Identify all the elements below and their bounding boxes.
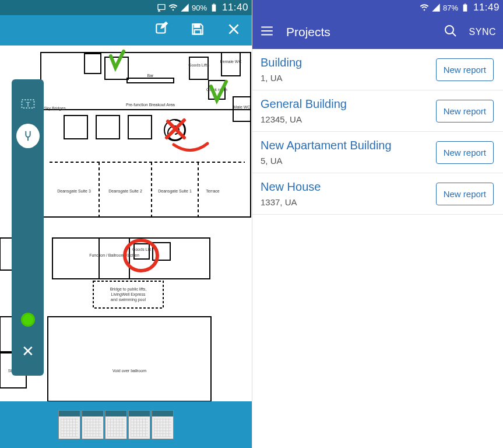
status-bar: 87% 11:49	[252, 0, 503, 15]
svg-text:Female WC: Female WC	[220, 60, 242, 64]
bridge-caption: Bridge to public lifts,LivingWell Expres…	[110, 287, 147, 302]
project-name: New House	[261, 180, 321, 194]
svg-rect-11	[221, 52, 240, 76]
status-icons: 90%	[157, 3, 219, 12]
battery-percent: 87%	[443, 4, 458, 12]
color-indicator[interactable]	[16, 303, 40, 335]
tuning-fork-icon	[22, 130, 34, 142]
svg-rect-14	[127, 78, 174, 83]
svg-rect-10	[189, 57, 208, 79]
svg-rect-52	[463, 5, 467, 12]
status-icons: 87%	[420, 3, 470, 12]
thumbnail-strip	[0, 401, 252, 448]
svg-point-54	[445, 26, 453, 34]
page-title: Projects	[286, 25, 432, 39]
signal-icon	[431, 3, 441, 12]
two-phone-screenshots: 90% 11:40	[0, 0, 503, 448]
text-tool[interactable]: T	[16, 88, 40, 120]
new-report-button[interactable]: New report	[436, 100, 494, 123]
svg-rect-16	[96, 116, 119, 139]
svg-text:Deansgate Suite 1: Deansgate Suite 1	[158, 189, 192, 194]
project-name: General Building	[261, 97, 347, 111]
thumbnail[interactable]	[105, 410, 127, 439]
left-phone-floorplan-editor: 90% 11:40	[0, 0, 252, 448]
green-dot-icon	[21, 313, 35, 327]
battery-icon	[460, 3, 470, 12]
svg-rect-15	[64, 116, 87, 139]
status-bar: 90% 11:40	[0, 0, 252, 15]
right-phone-projects-list: 87% 11:49 Projects SYNC Building 1, UA N…	[252, 0, 503, 448]
svg-rect-4	[195, 24, 200, 27]
save-icon	[190, 22, 205, 37]
list-item[interactable]: Building 1, UA New report	[252, 49, 503, 90]
thumbnail[interactable]	[58, 410, 80, 439]
thumbnail[interactable]	[128, 410, 150, 439]
wifi-icon	[420, 3, 429, 12]
thumbnail[interactable]	[82, 410, 104, 439]
search-icon	[444, 24, 458, 38]
wifi-icon	[168, 3, 178, 12]
svg-rect-2	[213, 4, 215, 4]
list-item[interactable]: General Building 12345, UA New report	[252, 90, 503, 132]
project-name: New Apartament Building	[261, 139, 392, 152]
app-header: Projects SYNC	[252, 15, 503, 49]
sync-button[interactable]: SYNC	[469, 27, 496, 37]
new-report-button[interactable]: New report	[436, 183, 494, 205]
draw-tool[interactable]	[16, 120, 40, 152]
project-sub: 12345, UA	[261, 114, 347, 124]
close-icon: ✕	[22, 342, 34, 360]
battery-icon	[209, 3, 219, 12]
svg-rect-53	[465, 4, 466, 4]
text-box-icon: T	[20, 96, 36, 112]
svg-text:Void over ballroom: Void over ballroom	[112, 369, 146, 373]
list-item[interactable]: New Apartament Building 5, UA New report	[252, 132, 503, 173]
tool-palette: T ✕	[12, 79, 44, 376]
edit-note-icon	[154, 22, 169, 37]
new-report-button[interactable]: New report	[436, 58, 494, 81]
svg-text:Sky Bridges: Sky Bridges	[44, 106, 66, 111]
svg-text:Deansgate Suite 3: Deansgate Suite 3	[57, 189, 91, 194]
edit-button[interactable]	[154, 22, 169, 39]
svg-rect-17	[128, 116, 152, 139]
editor-toolbar	[0, 15, 252, 46]
svg-rect-5	[195, 30, 201, 34]
search-button[interactable]	[444, 24, 458, 40]
project-sub: 1, UA	[261, 73, 302, 83]
svg-text:Deansgate Suite 2: Deansgate Suite 2	[108, 189, 142, 194]
svg-rect-8	[85, 54, 101, 74]
thumbnail[interactable]	[152, 410, 174, 439]
svg-text:Function / Ballroom Kitchen: Function / Ballroom Kitchen	[89, 253, 139, 257]
menu-button[interactable]	[259, 23, 275, 41]
svg-text:Male WC: Male WC	[234, 105, 251, 109]
project-list: Building 1, UA New report General Buildi…	[252, 49, 503, 215]
status-time: 11:40	[222, 2, 248, 13]
svg-text:Pre-function Breakout Area: Pre-function Breakout Area	[126, 103, 175, 107]
svg-rect-1	[212, 5, 216, 12]
new-report-button[interactable]: New report	[436, 141, 494, 164]
svg-text:Bar: Bar	[147, 74, 154, 78]
close-icon	[226, 22, 241, 37]
svg-text:Goods Lifts: Goods Lifts	[188, 63, 209, 67]
project-sub: 1337, UA	[261, 197, 321, 207]
battery-percent: 90%	[192, 4, 207, 12]
cast-icon	[157, 3, 166, 12]
list-item[interactable]: New House 1337, UA New report	[252, 173, 503, 215]
svg-rect-0	[158, 5, 165, 10]
project-name: Building	[261, 56, 302, 69]
project-sub: 5, UA	[261, 156, 392, 166]
save-button[interactable]	[190, 22, 205, 39]
svg-text:T: T	[26, 100, 30, 107]
palette-close[interactable]: ✕	[16, 335, 40, 368]
status-time: 11:49	[473, 2, 500, 13]
close-button[interactable]	[226, 22, 241, 39]
hamburger-icon	[259, 23, 275, 38]
signal-icon	[180, 3, 189, 12]
svg-text:Goods Lift: Goods Lift	[132, 247, 151, 251]
svg-rect-32	[48, 317, 211, 401]
svg-text:Terrace: Terrace	[206, 189, 219, 193]
